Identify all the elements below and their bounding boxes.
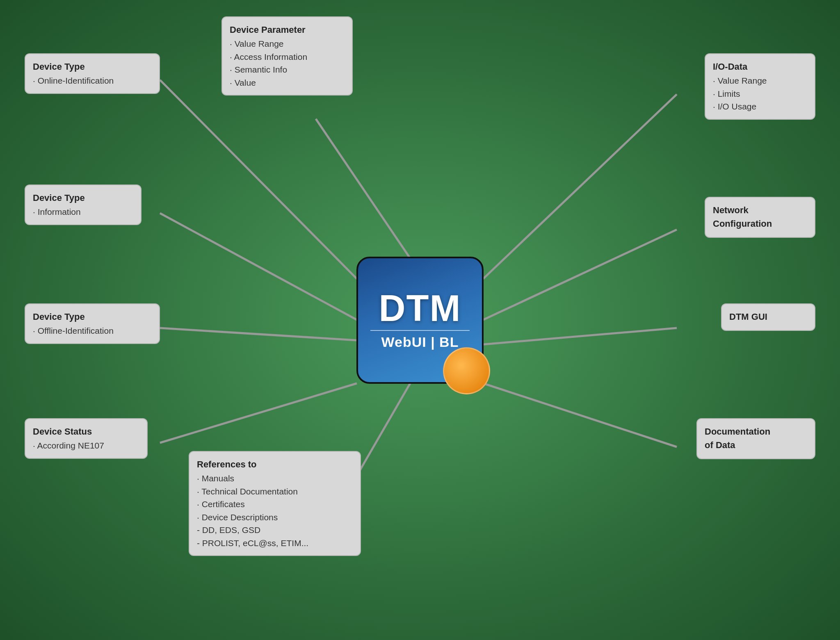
node-references-item4: · Device Descriptions bbox=[197, 511, 353, 524]
dtm-center-box: DTM WebUI | BL bbox=[356, 257, 484, 384]
node-device-parameter-item4: · Value bbox=[230, 76, 345, 89]
node-network-config: NetworkConfiguration bbox=[705, 197, 815, 238]
dtm-title: DTM bbox=[379, 290, 461, 327]
node-documentation: Documentationof Data bbox=[696, 418, 815, 459]
node-device-type-info: Device Type · Information bbox=[25, 184, 142, 225]
node-io-data: I/O-Data · Value Range · Limits · I/O Us… bbox=[705, 53, 815, 120]
node-device-type-online: Device Type · Online-Identification bbox=[25, 53, 160, 94]
svg-line-2 bbox=[160, 328, 357, 340]
node-device-type-offline-title: Device Type bbox=[33, 310, 152, 323]
dtm-divider bbox=[370, 330, 470, 331]
node-references-item6: - PROLIST, eCL@ss, ETIM... bbox=[197, 537, 353, 550]
node-references-item1: · Manuals bbox=[197, 472, 353, 485]
svg-line-3 bbox=[160, 383, 357, 443]
node-io-data-title: I/O-Data bbox=[713, 60, 807, 73]
node-references-item2: · Technical Documentation bbox=[197, 485, 353, 498]
node-device-parameter-item3: · Semantic Info bbox=[230, 63, 345, 76]
svg-line-1 bbox=[160, 213, 357, 320]
svg-line-6 bbox=[483, 230, 677, 320]
svg-line-0 bbox=[160, 80, 357, 279]
node-device-type-offline: Device Type · Offline-Identification bbox=[25, 303, 160, 344]
svg-line-9 bbox=[357, 383, 410, 476]
svg-line-7 bbox=[483, 328, 677, 344]
node-device-type-info-title: Device Type bbox=[33, 191, 133, 205]
node-io-data-item1: · Value Range bbox=[713, 74, 807, 87]
node-device-parameter: Device Parameter · Value Range · Access … bbox=[221, 16, 353, 96]
node-device-type-offline-item1: · Offline-Identification bbox=[33, 324, 152, 337]
dtm-orange-dot bbox=[443, 347, 490, 394]
node-device-status: Device Status · According NE107 bbox=[25, 418, 148, 459]
node-device-type-online-title: Device Type bbox=[33, 60, 152, 73]
node-device-parameter-item1: · Value Range bbox=[230, 37, 345, 50]
svg-line-8 bbox=[483, 383, 677, 447]
node-dtm-gui-title: DTM GUI bbox=[729, 310, 807, 323]
node-references-item3: · Certificates bbox=[197, 498, 353, 511]
node-device-parameter-item2: · Access Information bbox=[230, 50, 345, 64]
svg-line-5 bbox=[483, 94, 677, 279]
node-references-item5: - DD, EDS, GSD bbox=[197, 524, 353, 537]
node-documentation-title: Documentationof Data bbox=[705, 425, 807, 452]
node-device-parameter-title: Device Parameter bbox=[230, 23, 345, 36]
node-network-config-title: NetworkConfiguration bbox=[713, 203, 807, 230]
node-references: References to · Manuals · Technical Docu… bbox=[189, 451, 361, 556]
node-dtm-gui: DTM GUI bbox=[721, 303, 815, 331]
node-device-status-item1: · According NE107 bbox=[33, 439, 139, 452]
node-device-status-title: Device Status bbox=[33, 425, 139, 438]
svg-line-4 bbox=[316, 119, 410, 258]
dtm-subtitle: WebUI | BL bbox=[381, 334, 459, 350]
node-io-data-item3: · I/O Usage bbox=[713, 100, 807, 113]
node-io-data-item2: · Limits bbox=[713, 87, 807, 100]
node-device-type-online-item1: · Online-Identification bbox=[33, 74, 152, 87]
node-references-title: References to bbox=[197, 458, 353, 471]
node-device-type-info-item1: · Information bbox=[33, 205, 133, 219]
